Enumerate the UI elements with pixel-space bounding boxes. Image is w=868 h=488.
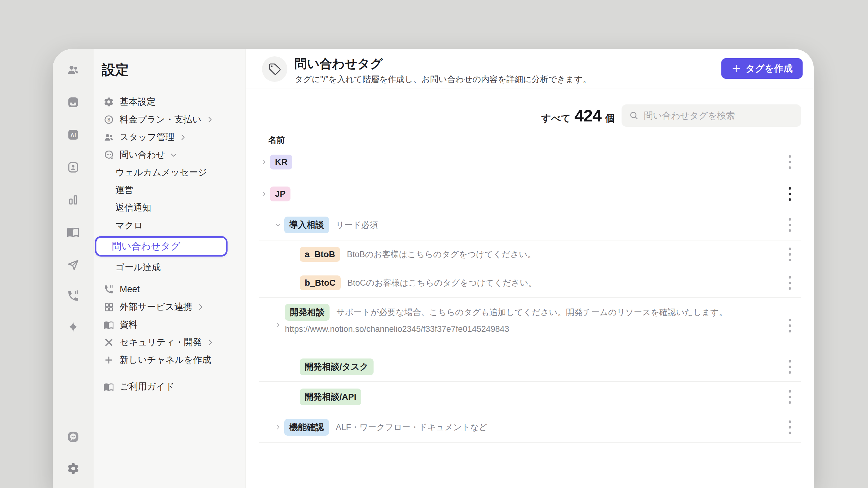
tools-icon <box>103 336 115 348</box>
settings-title: 設定 <box>102 60 246 79</box>
app-window: AI 設定 基本設定 $ 料金プラン・支払い スタッフ管理 <box>53 49 814 488</box>
sidebar-item-documents[interactable]: 資料 <box>94 316 246 333</box>
svg-text:$: $ <box>107 117 111 122</box>
tag-row-dev-consult[interactable]: 開発相談 サポートが必要な場合、こちらのタグも追加してください。開発チームのリソ… <box>259 298 801 352</box>
chevron-right-icon <box>196 303 205 311</box>
sparkle-icon[interactable] <box>66 320 80 334</box>
chevron-right-icon[interactable] <box>275 321 281 329</box>
row-menu-icon[interactable] <box>787 154 793 170</box>
row-menu-icon[interactable] <box>787 246 793 262</box>
sidebar-item-security-dev[interactable]: セキュリティ・開発 <box>94 333 246 351</box>
sidebar-item-operation[interactable]: 運営 <box>94 181 246 199</box>
sidebar-item-integrations[interactable]: 外部サービス連携 <box>94 298 246 316</box>
chevron-right-icon[interactable] <box>261 190 267 198</box>
sidebar-item-reply-notification[interactable]: 返信通知 <box>94 199 246 217</box>
tag-row-jp[interactable]: JP <box>259 178 801 210</box>
phone-icon[interactable] <box>66 289 80 303</box>
chevron-down-icon <box>169 151 178 159</box>
tag-row-dev-api[interactable]: 開発相談/API <box>259 382 801 412</box>
tag-badge[interactable]: 導入相談 <box>284 217 329 233</box>
row-menu-icon[interactable] <box>787 318 793 334</box>
sidebar-item-meet[interactable]: Meet <box>94 281 246 298</box>
search-box[interactable] <box>622 104 801 127</box>
contact-card-icon[interactable] <box>66 161 80 174</box>
column-header-name: 名前 <box>259 134 801 146</box>
tag-description: BtoCのお客様はこちらのタグをつけてください。 <box>347 277 537 289</box>
main-content: 問い合わせタグ タグに"/"を入れて階層を作成し、お問い合わせの内容を詳細に分析… <box>246 49 814 488</box>
row-menu-icon[interactable] <box>787 419 793 435</box>
book-icon <box>103 319 115 331</box>
book-icon[interactable] <box>66 225 80 238</box>
tag-row-intro-consult[interactable]: 導入相談 リード必須 <box>259 210 801 240</box>
sidebar-item-basic-settings[interactable]: 基本設定 <box>94 93 246 110</box>
settings-menu: 基本設定 $ 料金プラン・支払い スタッフ管理 問い合わせ ウェルカムメッセージ… <box>94 93 246 395</box>
tag-url: https://www.notion.so/channelio2345/f33f… <box>285 324 727 334</box>
tag-badge[interactable]: KR <box>270 155 292 169</box>
tag-count-number: 424 <box>575 106 601 125</box>
chevron-right-icon <box>206 116 214 124</box>
icon-rail: AI <box>53 49 94 488</box>
sidebar-item-inquiry[interactable]: 問い合わせ <box>94 146 246 164</box>
create-tag-button[interactable]: タグを作成 <box>721 58 803 79</box>
sidebar-item-welcome-message[interactable]: ウェルカムメッセージ <box>94 164 246 181</box>
chevron-right-icon[interactable] <box>275 423 281 432</box>
tag-row-dev-task[interactable]: 開発相談/タスク <box>259 352 801 382</box>
tag-description: BtoBのお客様はこちらのタグをつけてください。 <box>347 249 536 260</box>
row-menu-icon[interactable] <box>787 217 793 233</box>
row-menu-icon[interactable] <box>787 275 793 291</box>
page-title: 問い合わせタグ <box>294 55 383 72</box>
inbox-icon[interactable] <box>66 95 80 109</box>
sidebar-item-staff[interactable]: スタッフ管理 <box>94 128 246 146</box>
sidebar-item-create-channel[interactable]: 新しいチャネルを作成 <box>94 351 246 369</box>
svg-text:AI: AI <box>70 132 76 138</box>
plus-icon <box>731 64 741 73</box>
tag-row-b-btoc[interactable]: b_BtoC BtoCのお客様はこちらのタグをつけてください。 <box>259 268 801 298</box>
sidebar-item-billing[interactable]: $ 料金プラン・支払い <box>94 110 246 128</box>
tag-description: リード必須 <box>336 219 378 230</box>
search-input[interactable] <box>644 110 794 121</box>
tag-row-feature-check[interactable]: 機能確認 ALF・ワークフロー・ドキュメントなど <box>259 412 801 443</box>
book-icon <box>103 381 115 393</box>
bar-chart-icon[interactable] <box>66 193 80 207</box>
row-menu-icon[interactable] <box>787 359 793 375</box>
chat-bubble-icon <box>103 149 115 161</box>
tag-badge[interactable]: b_BtoC <box>300 275 341 290</box>
toolbar: すべて 424 個 <box>541 104 801 127</box>
page-header: 問い合わせタグ タグに"/"を入れて階層を作成し、お問い合わせの内容を詳細に分析… <box>246 49 814 89</box>
sidebar-item-user-guide[interactable]: ご利用ガイド <box>94 378 246 395</box>
paper-plane-icon[interactable] <box>66 258 80 272</box>
tag-row-kr[interactable]: KR <box>259 146 801 178</box>
settings-sidebar: 設定 基本設定 $ 料金プラン・支払い スタッフ管理 問い合わせ ウ <box>94 49 246 488</box>
tag-row-a-btob[interactable]: a_BtoB BtoBのお客様はこちらのタグをつけてください。 <box>259 240 801 268</box>
people-icon <box>103 131 115 143</box>
search-icon <box>629 110 639 121</box>
grid-icon <box>103 301 115 313</box>
tag-badge[interactable]: 機能確認 <box>284 419 329 436</box>
tag-description: サポートが必要な場合、こちらのタグも追加してください。開発チームのリソースを確認… <box>336 307 727 318</box>
plus-icon <box>103 354 115 366</box>
chevron-right-icon[interactable] <box>261 158 267 166</box>
sidebar-item-goal[interactable]: ゴール達成 <box>94 258 246 276</box>
chevron-right-icon <box>179 133 187 141</box>
channel-logo-icon[interactable] <box>66 430 80 444</box>
sidebar-item-inquiry-tags[interactable]: 問い合わせタグ <box>95 236 227 257</box>
tag-badge[interactable]: a_BtoB <box>300 247 340 262</box>
row-menu-icon[interactable] <box>787 186 793 202</box>
sidebar-separator <box>103 373 235 373</box>
phone-icon <box>103 284 115 295</box>
tag-badge[interactable]: 開発相談/API <box>300 389 361 405</box>
tag-badge[interactable]: 開発相談/タスク <box>300 358 374 375</box>
dollar-circle-icon: $ <box>103 114 115 126</box>
rail-settings-gear-icon[interactable] <box>66 462 80 475</box>
chevron-right-icon <box>206 338 214 347</box>
tag-table: 名前 KR JP 導入相談 リード必須 a_Bto <box>259 134 801 443</box>
tag-count: すべて 424 個 <box>541 106 615 125</box>
sidebar-item-macro[interactable]: マクロ <box>94 217 246 234</box>
row-menu-icon[interactable] <box>787 389 793 405</box>
tag-description: ALF・ワークフロー・ドキュメントなど <box>336 422 487 433</box>
chevron-down-icon[interactable] <box>275 221 281 229</box>
ai-badge-icon[interactable]: AI <box>66 128 80 141</box>
people-icon[interactable] <box>66 63 80 76</box>
tag-badge[interactable]: JP <box>270 187 290 201</box>
tag-badge[interactable]: 開発相談 <box>285 304 330 321</box>
